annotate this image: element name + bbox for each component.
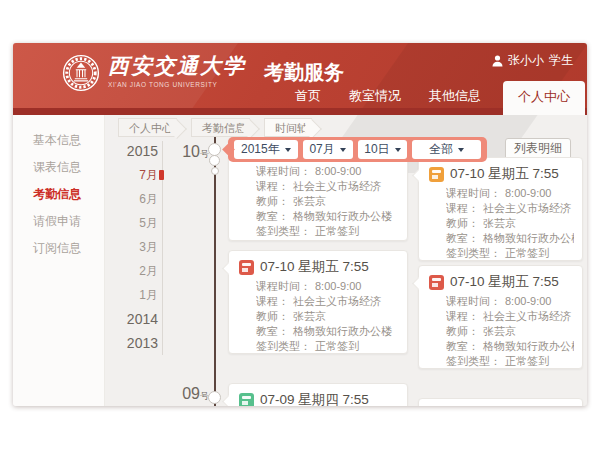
type-select[interactable]: 全部 <box>412 140 481 159</box>
breadcrumb-attendance-info[interactable]: 考勤信息 <box>191 118 250 137</box>
date-nav-month-1[interactable]: 1月 <box>108 283 163 307</box>
attendance-card[interactable]: 07-10 星期五 7:55 课程时间：8:00-9:00 课程：社会主义市场经… <box>228 250 408 354</box>
card-title: 07-10 星期五 7:55 <box>260 258 369 276</box>
attendance-card[interactable]: 07-09 星期四 7:55 <box>228 383 408 406</box>
university-name-block: 西安交通大学 XI'AN JIAO TONG UNIVERSITY <box>108 54 246 88</box>
card-title: 07-10 星期五 7:55 <box>450 165 559 183</box>
field-value: 8:00-9:00 <box>315 280 361 292</box>
university-name-en: XI'AN JIAO TONG UNIVERSITY <box>108 81 246 88</box>
main-nav: 首页 教室情况 其他信息 个人中心 <box>281 81 585 115</box>
field-value: 8:00-9:00 <box>505 187 551 199</box>
field-label: 签到类型： <box>256 340 311 352</box>
field-label: 教师： <box>256 195 289 207</box>
timeline-day-marker-09[interactable]: 09号 <box>163 385 209 403</box>
university-emblem-icon <box>62 54 100 92</box>
sidebar: 基本信息 课表信息 考勤信息 请假申请 订阅信息 <box>13 115 105 406</box>
timeline-node <box>208 391 221 404</box>
date-nav-year-2014[interactable]: 2014 <box>108 307 163 331</box>
date-nav-month-3[interactable]: 3月 <box>108 235 163 259</box>
field-value: 格物致知行政办公楼 <box>293 325 392 337</box>
nav-item-other-info[interactable]: 其他信息 <box>415 87 495 115</box>
chevron-down-icon <box>285 148 291 155</box>
field-label: 签到类型： <box>256 225 311 237</box>
user-account-menu[interactable]: 张小小 学生 <box>492 52 573 69</box>
calendar-stamp-icon <box>239 393 254 407</box>
sidebar-item-schedule-info[interactable]: 课表信息 <box>13 154 104 181</box>
user-role: 学生 <box>549 52 573 69</box>
timeline-node <box>209 155 220 166</box>
date-nav-month-2[interactable]: 2月 <box>108 259 163 283</box>
field-label: 课程时间： <box>446 295 501 307</box>
date-nav-list: 2015 7月 6月 5月 3月 2月 1月 2014 2013 <box>108 139 163 355</box>
attendance-card[interactable] <box>418 398 583 406</box>
field-value: 社会主义市场经济 <box>293 295 381 307</box>
field-value: 格物致知行政办公楼 <box>483 340 574 352</box>
sidebar-item-leave-request[interactable]: 请假申请 <box>13 208 104 235</box>
attendance-card[interactable]: 07-10 星期五 7:55 课程时间：8:00-9:00 课程：社会主义市场经… <box>418 157 583 261</box>
breadcrumb: 个人中心 考勤信息 时间轴 <box>118 118 312 137</box>
field-value: 社会主义市场经济 <box>483 202 571 214</box>
field-label: 签到类型： <box>446 355 501 367</box>
app-header: 西安交通大学 XI'AN JIAO TONG UNIVERSITY 考勤服务 张… <box>13 43 587 115</box>
nav-item-home[interactable]: 首页 <box>281 87 335 115</box>
field-value: 正常签到 <box>315 340 359 352</box>
timeline-day-marker-10[interactable]: 10号 <box>163 143 209 161</box>
card-title: 07-09 星期四 7:55 <box>260 391 369 406</box>
date-filter-bar: 2015年 07月 10日 全部 <box>228 137 487 162</box>
field-value: 张芸京 <box>483 217 516 229</box>
field-label: 课程： <box>446 310 479 322</box>
field-label: 教室： <box>256 325 289 337</box>
field-value: 张芸京 <box>483 325 516 337</box>
sidebar-item-attendance-info-active[interactable]: 考勤信息 <box>13 181 104 208</box>
attendance-card[interactable]: 07-10 星期五 7:55 课程时间：8:00-9:00 课程：社会主义市场经… <box>418 265 583 369</box>
date-nav-month-5[interactable]: 5月 <box>108 211 163 235</box>
nav-tab-personal-center-active[interactable]: 个人中心 <box>503 81 585 115</box>
date-nav-month-7-active[interactable]: 7月 <box>108 163 163 187</box>
field-value: 正常签到 <box>315 225 359 237</box>
university-name-cn: 西安交通大学 <box>108 54 246 78</box>
field-value: 8:00-9:00 <box>505 295 551 307</box>
calendar-stamp-icon <box>429 167 444 182</box>
field-label: 课程时间： <box>446 187 501 199</box>
chevron-down-icon <box>458 148 464 155</box>
field-value: 社会主义市场经济 <box>293 180 381 192</box>
sidebar-item-basic-info[interactable]: 基本信息 <box>13 127 104 154</box>
field-value: 张芸京 <box>293 310 326 322</box>
date-nav-year-2015[interactable]: 2015 <box>108 139 163 163</box>
card-title: 07-10 星期五 7:55 <box>450 273 559 291</box>
field-value: 社会主义市场经济 <box>483 310 571 322</box>
date-nav-month-6[interactable]: 6月 <box>108 187 163 211</box>
breadcrumb-timeline-current[interactable]: 时间轴 <box>264 118 312 137</box>
field-label: 签到类型： <box>446 247 501 259</box>
breadcrumb-personal-center[interactable]: 个人中心 <box>118 118 177 137</box>
field-label: 课程： <box>256 295 289 307</box>
field-label: 课程： <box>256 180 289 192</box>
field-label: 教室： <box>446 232 479 244</box>
chevron-down-icon <box>395 148 401 155</box>
field-label: 课程时间： <box>256 165 311 177</box>
screenshot-canvas: 西安交通大学 XI'AN JIAO TONG UNIVERSITY 考勤服务 张… <box>0 0 600 450</box>
app-body: 基本信息 课表信息 考勤信息 请假申请 订阅信息 个人中心 考勤信息 时间轴 2… <box>13 115 587 406</box>
nav-item-classrooms[interactable]: 教室情况 <box>335 87 415 115</box>
field-value: 张芸京 <box>293 195 326 207</box>
field-value: 格物致知行政办公楼 <box>483 232 574 244</box>
day-select[interactable]: 10日 <box>358 140 408 159</box>
field-label: 教室： <box>446 340 479 352</box>
month-select[interactable]: 07月 <box>303 140 353 159</box>
year-select[interactable]: 2015年 <box>234 140 298 159</box>
field-label: 教师： <box>446 325 479 337</box>
field-label: 教师： <box>446 217 479 229</box>
timeline-node <box>211 167 219 175</box>
date-nav-year-2013[interactable]: 2013 <box>108 331 163 355</box>
field-value: 格物致知行政办公楼 <box>293 210 392 222</box>
field-label: 教师： <box>256 310 289 322</box>
user-name: 张小小 <box>508 52 544 69</box>
field-label: 课程： <box>446 202 479 214</box>
current-month-tick <box>159 170 164 180</box>
calendar-stamp-icon <box>239 260 254 275</box>
field-value: 正常签到 <box>505 355 549 367</box>
calendar-stamp-icon <box>429 275 444 290</box>
user-icon <box>492 55 503 67</box>
field-label: 课程时间： <box>256 280 311 292</box>
sidebar-item-subscription-info[interactable]: 订阅信息 <box>13 235 104 262</box>
